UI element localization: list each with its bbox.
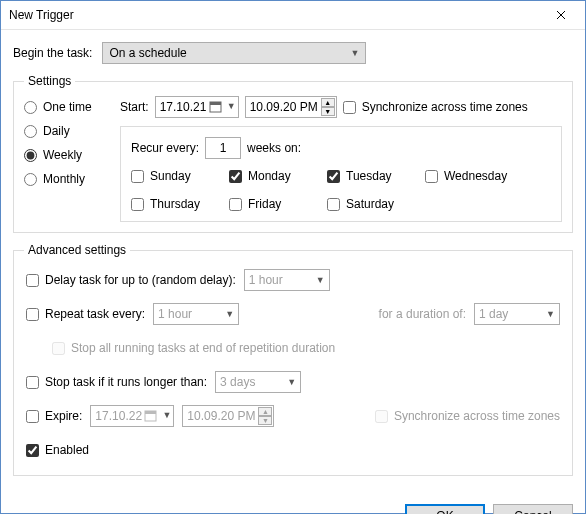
chevron-down-icon: ▼ bbox=[546, 309, 555, 319]
time-spinner[interactable]: ▲▼ bbox=[321, 98, 335, 116]
recur-value-input[interactable]: 1 bbox=[205, 137, 241, 159]
dialog-footer: OK Cancel bbox=[1, 494, 585, 514]
settings-group: Settings One time Daily Weekly Monthly bbox=[13, 74, 573, 233]
svg-rect-3 bbox=[145, 411, 156, 414]
chevron-down-icon: ▼ bbox=[227, 101, 236, 111]
repeat-check[interactable]: Repeat task every: bbox=[26, 307, 145, 321]
chevron-down-icon: ▼ bbox=[225, 309, 234, 319]
day-thursday[interactable]: Thursday bbox=[131, 197, 211, 211]
expire-sync-check: Synchronize across time zones bbox=[375, 409, 560, 423]
chevron-down-icon: ▼ bbox=[350, 48, 359, 58]
begin-task-value: On a schedule bbox=[109, 46, 186, 60]
begin-task-label: Begin the task: bbox=[13, 46, 92, 60]
sync-timezones-check[interactable]: Synchronize across time zones bbox=[343, 100, 528, 114]
calendar-icon bbox=[209, 100, 222, 113]
ok-button[interactable]: OK bbox=[405, 504, 485, 514]
stop-if-value-select[interactable]: 3 days▼ bbox=[215, 371, 301, 393]
calendar-icon bbox=[144, 409, 157, 422]
freq-weekly[interactable]: Weekly bbox=[24, 148, 110, 162]
start-label: Start: bbox=[120, 100, 149, 114]
recur-label-suffix: weeks on: bbox=[247, 141, 301, 155]
start-time-input[interactable]: 10.09.20 PM ▲▼ bbox=[245, 96, 337, 118]
chevron-down-icon: ▼ bbox=[162, 410, 171, 420]
repeat-duration-select[interactable]: 1 day▼ bbox=[474, 303, 560, 325]
chevron-down-icon: ▼ bbox=[287, 377, 296, 387]
day-tuesday[interactable]: Tuesday bbox=[327, 169, 407, 183]
start-date-input[interactable]: 17.10.21 ▼ bbox=[155, 96, 239, 118]
new-trigger-dialog: New Trigger Begin the task: On a schedul… bbox=[0, 0, 586, 514]
day-saturday[interactable]: Saturday bbox=[327, 197, 407, 211]
time-spinner[interactable]: ▲▼ bbox=[258, 407, 272, 425]
close-button[interactable] bbox=[539, 1, 583, 29]
cancel-button[interactable]: Cancel bbox=[493, 504, 573, 514]
settings-legend: Settings bbox=[24, 74, 75, 88]
svg-rect-1 bbox=[210, 102, 221, 105]
begin-task-combo[interactable]: On a schedule ▼ bbox=[102, 42, 366, 64]
expire-date-input[interactable]: 17.10.22 ▼ bbox=[90, 405, 174, 427]
stop-all-check: Stop all running tasks at end of repetit… bbox=[52, 341, 335, 355]
freq-daily[interactable]: Daily bbox=[24, 124, 110, 138]
repeat-duration-label: for a duration of: bbox=[379, 307, 466, 321]
advanced-group: Advanced settings Delay task for up to (… bbox=[13, 243, 573, 476]
recur-label-prefix: Recur every: bbox=[131, 141, 199, 155]
expire-check[interactable]: Expire: bbox=[26, 409, 82, 423]
freq-monthly[interactable]: Monthly bbox=[24, 172, 110, 186]
titlebar: New Trigger bbox=[1, 1, 585, 30]
day-sunday[interactable]: Sunday bbox=[131, 169, 211, 183]
delay-check[interactable]: Delay task for up to (random delay): bbox=[26, 273, 236, 287]
stop-if-check[interactable]: Stop task if it runs longer than: bbox=[26, 375, 207, 389]
day-friday[interactable]: Friday bbox=[229, 197, 309, 211]
recur-panel: Recur every: 1 weeks on: Sunday Monday T… bbox=[120, 126, 562, 222]
day-monday[interactable]: Monday bbox=[229, 169, 309, 183]
advanced-legend: Advanced settings bbox=[24, 243, 130, 257]
chevron-down-icon: ▼ bbox=[316, 275, 325, 285]
close-icon bbox=[556, 10, 566, 20]
enabled-check[interactable]: Enabled bbox=[26, 443, 89, 457]
freq-one-time[interactable]: One time bbox=[24, 100, 110, 114]
delay-value-select[interactable]: 1 hour▼ bbox=[244, 269, 330, 291]
day-wednesday[interactable]: Wednesday bbox=[425, 169, 507, 183]
expire-time-input[interactable]: 10.09.20 PM ▲▼ bbox=[182, 405, 274, 427]
window-title: New Trigger bbox=[9, 8, 539, 22]
repeat-value-select[interactable]: 1 hour▼ bbox=[153, 303, 239, 325]
